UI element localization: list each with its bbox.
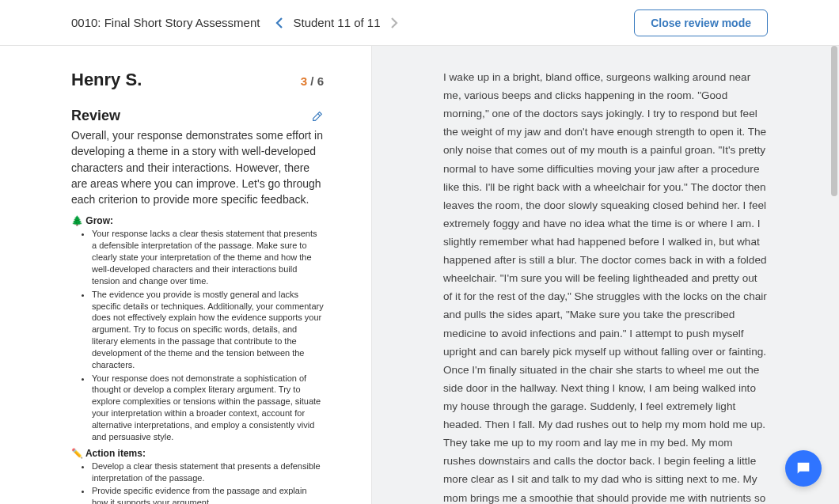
essay-panel: I wake up in a bright, bland office, sur… xyxy=(372,46,839,504)
student-position: Student 11 of 11 xyxy=(293,16,380,29)
scrollbar-thumb[interactable] xyxy=(831,46,837,196)
list-item: Your response lacks a clear thesis state… xyxy=(92,228,324,286)
score-max: / 6 xyxy=(307,74,324,88)
review-header: Review xyxy=(71,108,324,124)
list-item: Your response does not demonstrate a sop… xyxy=(92,373,324,443)
next-student-button[interactable] xyxy=(385,14,403,32)
main-split: Henry S. 3 / 6 Review Overall, your resp… xyxy=(0,46,839,504)
overall-score: 3 / 6 xyxy=(301,74,324,88)
student-header: Henry S. 3 / 6 xyxy=(71,70,324,90)
list-item: The evidence you provide is mostly gener… xyxy=(92,289,324,371)
assignment-title: 0010: Final Short Story Assessment xyxy=(71,16,260,29)
prev-student-button[interactable] xyxy=(271,14,288,32)
list-item: Provide specific evidence from the passa… xyxy=(92,485,324,504)
chat-fab[interactable] xyxy=(785,450,822,487)
student-nav: Student 11 of 11 xyxy=(271,14,402,32)
grow-list: Your response lacks a clear thesis state… xyxy=(92,228,324,442)
action-list: Develop a clear thesis statement that pr… xyxy=(92,460,324,504)
close-review-button[interactable]: Close review mode xyxy=(634,9,768,36)
edit-review-icon[interactable] xyxy=(311,110,324,123)
score-value: 3 xyxy=(301,74,307,88)
essay-text: I wake up in a bright, bland office, sur… xyxy=(443,68,768,504)
scrollbar[interactable] xyxy=(831,46,837,504)
grow-label: 🌲 Grow: xyxy=(71,215,324,226)
review-summary: Overall, your response demonstrates some… xyxy=(71,127,324,207)
chat-icon xyxy=(795,460,812,477)
review-title: Review xyxy=(71,108,120,124)
review-panel: Henry S. 3 / 6 Review Overall, your resp… xyxy=(0,46,372,504)
student-name: Henry S. xyxy=(71,70,142,90)
action-label: ✏️ Action items: xyxy=(71,448,324,459)
list-item: Develop a clear thesis statement that pr… xyxy=(92,460,324,484)
top-bar: 0010: Final Short Story Assessment Stude… xyxy=(0,0,839,46)
